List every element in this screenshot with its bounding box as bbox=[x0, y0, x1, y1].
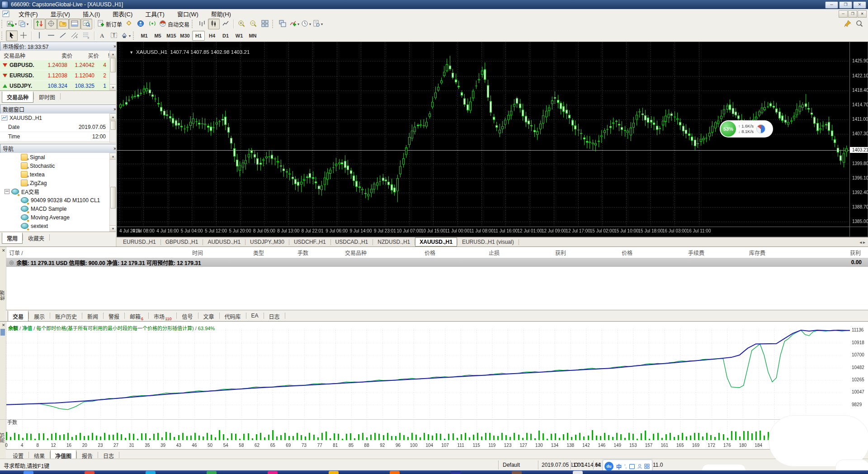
terminal-tab-3[interactable]: 新闻 bbox=[82, 311, 103, 322]
chart-tab-7[interactable]: XAUUSD.,H1 bbox=[415, 237, 457, 246]
scroll-up-icon[interactable]: ▲ bbox=[110, 51, 116, 57]
vertical-line-button[interactable] bbox=[33, 30, 45, 41]
terminal-column-11[interactable]: 获利 bbox=[850, 249, 861, 256]
terminal-tab-9[interactable]: 代码库 bbox=[220, 311, 246, 322]
chart-tab-1[interactable]: GBPUSD.,H1 bbox=[161, 237, 203, 246]
taskbar-sliver[interactable] bbox=[0, 470, 868, 474]
scroll-up-icon[interactable]: ▲ bbox=[110, 153, 116, 160]
terminal-side-label[interactable]: 终端 bbox=[0, 290, 6, 300]
new-order-button[interactable]: 新订单 bbox=[96, 19, 123, 29]
templates-button[interactable]: ▾ bbox=[312, 19, 324, 29]
chart-tab-2[interactable]: AUDUSD.,H1 bbox=[203, 237, 245, 246]
net-speed-overlay[interactable]: 53% ↑ 1.6K/s ↓ 8.1K/s bbox=[720, 120, 773, 137]
terminal-column-1[interactable]: 时间 bbox=[192, 249, 203, 256]
news-button[interactable] bbox=[146, 19, 158, 29]
timeframe-M1[interactable]: M1 bbox=[138, 31, 151, 41]
navigator-expert-2[interactable]: Moving Average bbox=[0, 213, 109, 222]
indicators-button[interactable]: ▾ bbox=[288, 19, 300, 29]
title-bar[interactable]: 666090: CapstoneGlobal-Live - [XAUUSD.,H… bbox=[0, 0, 868, 9]
strategy-tester-toggle-button[interactable] bbox=[80, 19, 92, 29]
menu-item-4[interactable]: 工具(T) bbox=[139, 9, 171, 19]
auto-trading-button[interactable]: 自动交易 bbox=[158, 19, 190, 29]
metaeditor-button[interactable] bbox=[123, 19, 135, 29]
terminal-column-8[interactable]: 价格 bbox=[622, 249, 632, 256]
taskbar-app-icon[interactable] bbox=[329, 471, 339, 474]
trend-line-button[interactable] bbox=[57, 30, 69, 41]
cursor-button[interactable] bbox=[6, 30, 18, 41]
candlestick-chart-canvas[interactable] bbox=[117, 42, 868, 237]
new-chart-button[interactable]: ▾ bbox=[6, 19, 18, 29]
mdi-close-button[interactable]: ✕ bbox=[858, 10, 867, 18]
scroll-up-icon[interactable]: ▲ bbox=[110, 114, 116, 120]
toolbar-grip[interactable] bbox=[133, 32, 135, 40]
navigator-tab-0[interactable]: 常用 bbox=[2, 232, 23, 244]
scroll-down-icon[interactable]: ▼ bbox=[110, 84, 116, 91]
market-watch-row[interactable]: GBPUSD.1.240381.240424 bbox=[0, 60, 109, 71]
navigator-indicator-2[interactable]: textea bbox=[0, 170, 109, 179]
timeframe-H4[interactable]: H4 bbox=[206, 31, 218, 41]
periods-button[interactable]: ▾ bbox=[300, 19, 312, 29]
chart-collapse-icon[interactable]: ▼ bbox=[129, 50, 133, 55]
net-speed-app-icon[interactable] bbox=[756, 124, 765, 133]
mdi-minimize-button[interactable]: ─ bbox=[839, 10, 848, 18]
navigator-expert-3[interactable]: sextext bbox=[0, 222, 109, 230]
terminal-tab-11[interactable]: 日志 bbox=[264, 311, 285, 322]
market-watch-tab-1[interactable]: 即时图 bbox=[34, 91, 60, 103]
chart-tab-8[interactable]: EURUSD.,H1 (visual) bbox=[458, 237, 519, 246]
navigator-ea-group[interactable]: EA交易 bbox=[0, 187, 109, 196]
tile-windows-button[interactable] bbox=[259, 19, 271, 29]
taskbar-app-icon[interactable] bbox=[512, 471, 522, 474]
terminal-tab-8[interactable]: 文章 bbox=[198, 311, 219, 322]
market-watch-toggle-button[interactable] bbox=[33, 19, 45, 29]
chart-tab-6[interactable]: NZDUSD.,H1 bbox=[373, 237, 415, 246]
terminal-toggle-button[interactable] bbox=[69, 19, 80, 29]
scroll-down-icon[interactable]: ▼ bbox=[110, 225, 116, 232]
terminal-column-3[interactable]: 手数 bbox=[297, 249, 308, 256]
tester-close-icon[interactable]: ✕ bbox=[1, 323, 6, 327]
terminal-tab-10[interactable]: EA bbox=[246, 311, 264, 321]
market-watch-column-0[interactable]: 交易品种 bbox=[0, 52, 46, 59]
bar-chart-mode-button[interactable] bbox=[196, 19, 208, 29]
market-watch-column-3[interactable]: ! bbox=[99, 52, 109, 59]
search-button[interactable] bbox=[854, 19, 865, 29]
navigator-indicator-1[interactable]: Stochastic bbox=[0, 161, 109, 170]
taskbar-app-icon[interactable] bbox=[390, 471, 400, 474]
equidistant-channel-button[interactable]: E bbox=[69, 30, 80, 41]
scrollbar-thumb[interactable] bbox=[110, 121, 116, 130]
scrollbar-thumb[interactable] bbox=[110, 58, 116, 72]
terminal-tab-1[interactable]: 展示 bbox=[29, 311, 50, 322]
timeframe-H1[interactable]: H1 bbox=[192, 31, 205, 41]
timeframe-M30[interactable]: M30 bbox=[179, 31, 191, 41]
terminal-column-10[interactable]: 库存费 bbox=[749, 249, 765, 256]
market-watch-column-1[interactable]: 卖价 bbox=[46, 52, 73, 59]
timeframe-MN[interactable]: MN bbox=[246, 31, 259, 41]
menu-item-6[interactable]: 帮助(H) bbox=[205, 9, 237, 19]
text-button[interactable]: A bbox=[96, 30, 108, 41]
tree-collapse-icon[interactable] bbox=[5, 189, 9, 194]
horizontal-line-button[interactable] bbox=[45, 30, 57, 41]
scrollbar-thumb[interactable] bbox=[110, 187, 116, 209]
terminal-column-6[interactable]: 止损 bbox=[489, 249, 500, 256]
menu-item-5[interactable]: 窗口(W) bbox=[171, 9, 205, 19]
community-button[interactable] bbox=[135, 19, 146, 29]
menu-item-1[interactable]: 显示(V) bbox=[44, 9, 76, 19]
toolbar-grip[interactable] bbox=[1, 20, 4, 28]
ime-grid-icon[interactable] bbox=[644, 464, 650, 469]
taskbar-app-icon[interactable] bbox=[24, 471, 33, 474]
candlestick-mode-button[interactable] bbox=[208, 19, 220, 29]
market-watch-column-2[interactable]: 买价 bbox=[72, 52, 99, 59]
line-chart-mode-button[interactable] bbox=[220, 19, 231, 29]
timeframe-M15[interactable]: M15 bbox=[165, 31, 178, 41]
ime-user-icon[interactable] bbox=[637, 464, 642, 469]
terminal-column-7[interactable]: 获利 bbox=[555, 249, 566, 256]
taskbar-app-icon[interactable] bbox=[85, 471, 94, 474]
market-watch-tab-0[interactable]: 交易品种 bbox=[2, 91, 33, 103]
terminal-column-0[interactable]: 订单 / bbox=[9, 249, 23, 256]
terminal-column-2[interactable]: 类型 bbox=[253, 249, 264, 256]
timeframe-W1[interactable]: W1 bbox=[233, 31, 245, 41]
arrows-button[interactable]: ▾ bbox=[120, 30, 132, 41]
terminal-tab-2[interactable]: 账户历史 bbox=[50, 311, 82, 322]
navigator-expert-0[interactable]: 90409 90328 4D M1100 CL1 bbox=[0, 196, 109, 204]
taskbar-app-icon[interactable] bbox=[207, 471, 217, 474]
chart-tab-3[interactable]: USDJPY.,M30 bbox=[245, 237, 289, 246]
